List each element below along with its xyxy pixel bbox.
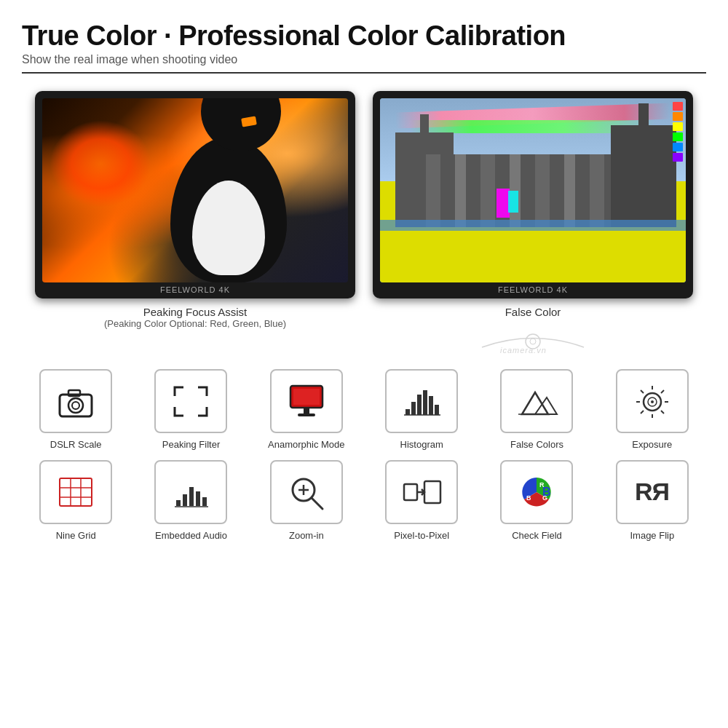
svg-rect-14 [423,390,427,415]
svg-rect-41 [202,497,207,506]
exposure-icon [630,381,674,422]
header: True Color · Professional Color Calibrat… [22,20,706,74]
svg-rect-11 [405,409,410,415]
zoom-in-label: Zoom-in [289,530,324,541]
nine-grid-icon-box [39,460,112,524]
svg-line-29 [641,411,644,414]
svg-rect-16 [435,405,439,415]
zoom-in-icon-box [270,460,343,524]
feature-embedded-audio: Embedded Audio [137,460,245,541]
main-title: True Color · Professional Color Calibrat… [22,20,706,52]
image-flip-label: Image Flip [630,530,674,541]
check-field-label: Check Field [512,530,562,541]
svg-rect-47 [404,484,417,500]
svg-text:B: B [526,494,531,502]
pixel-to-pixel-icon-box [385,460,458,524]
svg-point-1 [530,339,536,344]
screen-false-color [380,98,686,282]
svg-rect-10 [298,414,315,416]
svg-text:icamera.vn: icamera.vn [500,346,547,355]
pixel-to-pixel-icon [400,472,443,513]
feature-peaking-filter: Peaking Filter [137,369,245,450]
monitor-false-color: FEELWORLD 4K [373,91,693,298]
svg-rect-37 [176,500,181,506]
image-flip-icon: R R [630,472,674,513]
feature-false-colors: False Colors [483,369,590,450]
feature-zoom-in: Zoom-in [253,460,360,541]
svg-point-5 [68,398,83,413]
svg-rect-13 [417,395,422,415]
histogram-icon [400,381,443,422]
svg-line-26 [641,390,644,393]
svg-rect-38 [183,494,187,506]
brand-peaking: FEELWORLD 4K [160,285,230,294]
feature-pixel-to-pixel: Pixel-to-Pixel [368,460,475,541]
exposure-label: Exposure [632,439,672,450]
feature-anamorphic-mode: Anamorphic Mode [253,369,360,450]
monitor-wrap-peaking: FEELWORLD 4K Peaking Focus Assist (Peaki… [35,91,355,362]
exposure-icon-box [616,369,689,433]
monitor-wrap-false-color: FEELWORLD 4K False Color icamera.vn [373,91,693,362]
peaking-filter-icon [169,381,213,422]
feature-nine-grid: Nine Grid [22,460,130,541]
anamorphic-mode-icon [285,381,328,422]
feature-dslr-scale: DSLR Scale [22,369,130,450]
svg-text:R: R [652,478,670,505]
embedded-audio-icon [169,472,213,513]
peaking-filter-label: Peaking Filter [162,439,220,450]
check-field-icon-box: R G B B [500,460,573,524]
svg-text:R: R [635,478,653,505]
screen-peaking [42,98,348,282]
monitor-peaking: FEELWORLD 4K [35,91,355,298]
features-grid-row2: Nine Grid Embedded Audio [22,460,706,541]
monitors-row: FEELWORLD 4K Peaking Focus Assist (Peaki… [22,91,706,362]
svg-rect-32 [60,478,92,506]
svg-rect-40 [196,491,200,506]
sub-title: Show the real image when shooting video [22,53,706,66]
pixel-to-pixel-label: Pixel-to-Pixel [394,530,449,541]
embedded-audio-icon-box [154,460,227,524]
feature-exposure: Exposure [598,369,706,450]
svg-rect-4 [68,390,80,396]
svg-line-27 [661,411,664,414]
dslr-scale-icon [54,381,98,422]
dslr-scale-label: DSLR Scale [50,439,102,450]
anamorphic-mode-label: Anamorphic Mode [268,439,345,450]
svg-line-28 [661,390,664,393]
svg-rect-9 [304,408,309,414]
svg-rect-15 [429,396,433,415]
svg-rect-48 [424,481,440,503]
feature-histogram: Histogram [368,369,475,450]
peaking-filter-icon-box [154,369,227,433]
peaking-label: Peaking Focus Assist [143,306,248,318]
image-flip-icon-box: R R [616,460,689,524]
histogram-label: Histogram [400,439,443,450]
svg-rect-39 [189,487,194,506]
features-grid-row1: DSLR Scale Peaking Filter [22,369,706,450]
check-field-icon: R G B B [515,472,558,513]
svg-line-44 [312,498,323,509]
peaking-sublabel: (Peaking Color Optional: Red, Green, Blu… [104,318,286,329]
anamorphic-mode-icon-box [270,369,343,433]
false-colors-icon [515,381,558,422]
false-color-label: False Color [505,306,561,318]
embedded-audio-label: Embedded Audio [155,530,227,541]
nine-grid-icon [54,472,98,513]
nine-grid-label: Nine Grid [56,530,96,541]
watermark: icamera.vn [475,318,591,362]
dslr-scale-icon-box [39,369,112,433]
feature-check-field: R G B B Check Field [483,460,590,541]
brand-false-color: FEELWORLD 4K [498,285,568,294]
svg-text:B: B [542,486,551,498]
zoom-in-icon [285,472,328,513]
svg-rect-8 [293,389,320,405]
features-section: DSLR Scale Peaking Filter [22,369,706,541]
false-colors-label: False Colors [510,439,563,450]
svg-marker-18 [522,392,548,414]
svg-point-31 [651,400,654,403]
svg-rect-12 [411,402,416,415]
svg-point-6 [72,402,79,409]
feature-image-flip: R R Image Flip [598,460,706,541]
histogram-icon-box [385,369,458,433]
false-colors-icon-box [500,369,573,433]
